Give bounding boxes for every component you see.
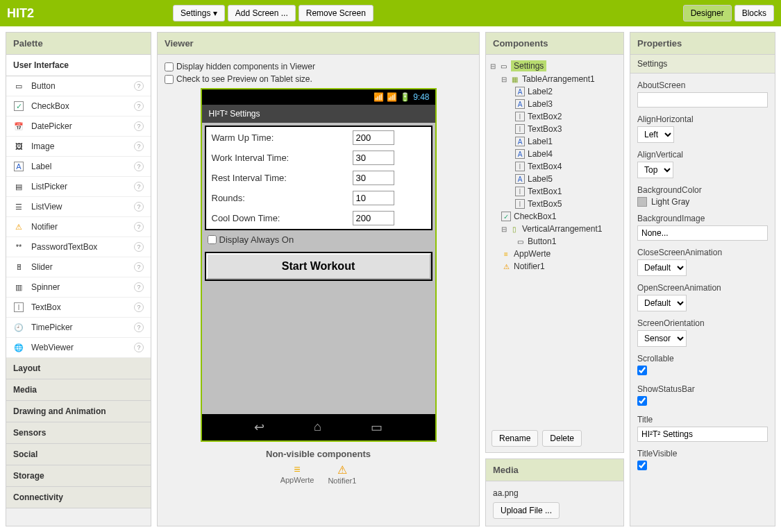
properties-panel: Properties Settings AboutScreen AlignHor… <box>630 32 775 526</box>
tree-node-label[interactable]: ALabel4 <box>490 148 619 160</box>
palette-section-connectivity[interactable]: Connectivity <box>6 487 151 508</box>
work-interval-input[interactable] <box>353 151 394 165</box>
rounds-input[interactable] <box>353 191 394 205</box>
tree-node-textbox[interactable]: ITextBox3 <box>490 123 619 135</box>
palette-item-notifier[interactable]: ⚠Notifier? <box>6 217 151 237</box>
tree-node-textbox[interactable]: ITextBox1 <box>490 185 619 198</box>
tree-node-label[interactable]: ALabel1 <box>490 135 619 148</box>
palette-item-label[interactable]: ALabel? <box>6 157 151 177</box>
tree-node-label[interactable]: ALabel5 <box>490 173 619 185</box>
help-icon[interactable]: ? <box>134 262 144 272</box>
title-input[interactable] <box>637 427 768 442</box>
help-icon[interactable]: ? <box>134 101 144 111</box>
tree-node-textbox[interactable]: ITextBox4 <box>490 160 619 173</box>
titlevisible-checkbox[interactable] <box>637 461 647 470</box>
media-file[interactable]: aa.png <box>493 488 616 498</box>
hidden-checkbox[interactable] <box>165 62 174 71</box>
bgimage-input[interactable] <box>637 225 768 241</box>
tree-node-appwerte[interactable]: ≡AppWerte <box>490 248 619 260</box>
cooldown-input[interactable] <box>353 211 394 225</box>
help-icon[interactable]: ? <box>134 323 144 332</box>
palette-section-drawing[interactable]: Drawing and Animation <box>6 401 151 422</box>
tablet-preview-toggle[interactable]: Check to see Preview on Tablet size. <box>165 74 472 84</box>
recent-icon[interactable]: ▭ <box>371 420 383 435</box>
rest-interval-input[interactable] <box>353 171 394 185</box>
tree-toggle-icon[interactable]: ⊟ <box>501 225 510 233</box>
rename-button[interactable]: Rename <box>492 430 538 447</box>
palette-item-listpicker[interactable]: ▤ListPicker? <box>6 177 151 197</box>
palette-item-spinner[interactable]: ▥Spinner? <box>6 277 151 298</box>
help-icon[interactable]: ? <box>134 282 144 292</box>
tree-node-label[interactable]: ALabel3 <box>490 98 619 110</box>
help-icon[interactable]: ? <box>134 343 144 352</box>
start-workout-button[interactable]: Start Workout <box>206 253 431 280</box>
help-icon[interactable]: ? <box>134 222 144 232</box>
tree-node-notifier[interactable]: ⚠Notifier1 <box>490 260 619 273</box>
nonvisible-notifier[interactable]: ⚠Notifier1 <box>328 463 356 485</box>
display-always-row[interactable]: Display Always On <box>205 230 433 249</box>
help-icon[interactable]: ? <box>134 242 144 252</box>
delete-button[interactable]: Delete <box>542 430 582 447</box>
palette-item-checkbox[interactable]: ✓CheckBox? <box>6 96 151 117</box>
prop-label-title: Title <box>637 415 768 424</box>
add-screen-button[interactable]: Add Screen ... <box>228 5 296 22</box>
palette-section-social[interactable]: Social <box>6 444 151 465</box>
showstatus-checkbox[interactable] <box>637 396 647 406</box>
palette-item-datepicker[interactable]: 📅DatePicker? <box>6 117 151 137</box>
alignv-select[interactable]: Top <box>637 162 673 178</box>
warmup-input[interactable] <box>353 130 394 145</box>
help-icon[interactable]: ? <box>134 141 144 151</box>
tablet-checkbox[interactable] <box>165 75 174 84</box>
nonvisible-appwerte[interactable]: ≡AppWerte <box>280 463 314 485</box>
tree-node-textbox[interactable]: ITextBox2 <box>490 110 619 123</box>
image-icon: 🖼 <box>13 141 24 152</box>
help-icon[interactable]: ? <box>134 182 144 191</box>
palette-section-storage[interactable]: Storage <box>6 465 151 487</box>
app-title: HIT2 <box>7 6 34 21</box>
tree-node-settings[interactable]: ⊟▭Settings <box>490 59 619 73</box>
palette-section-sensors[interactable]: Sensors <box>6 422 151 444</box>
display-always-checkbox[interactable] <box>208 235 217 244</box>
settings-dropdown[interactable]: Settings ▾ <box>173 5 225 22</box>
scrollable-checkbox[interactable] <box>637 366 647 375</box>
palette-section-user-interface[interactable]: User Interface <box>6 55 151 76</box>
palette-item-slider[interactable]: 🎚Slider? <box>6 257 151 277</box>
help-icon[interactable]: ? <box>134 121 144 131</box>
remove-screen-button[interactable]: Remove Screen <box>299 5 373 22</box>
closeanim-select[interactable]: Default <box>637 259 687 276</box>
designer-tab[interactable]: Designer <box>683 5 732 22</box>
blocks-tab[interactable]: Blocks <box>734 5 774 22</box>
help-icon[interactable]: ? <box>134 202 144 212</box>
home-icon[interactable]: ⌂ <box>314 420 321 435</box>
hidden-components-toggle[interactable]: Display hidden components in Viewer <box>165 62 472 71</box>
tree-toggle-icon[interactable]: ⊟ <box>501 76 510 83</box>
palette-item-timepicker[interactable]: 🕘TimePicker? <box>6 318 151 338</box>
tree-node-button[interactable]: ▭Button1 <box>490 235 619 248</box>
tree-node-checkbox[interactable]: ✓CheckBox1 <box>490 210 619 223</box>
palette-section-layout[interactable]: Layout <box>6 358 151 379</box>
help-icon[interactable]: ? <box>134 162 144 171</box>
alignh-select[interactable]: Left <box>637 126 674 143</box>
tree-node-textbox[interactable]: ITextBox5 <box>490 198 619 210</box>
upload-file-button[interactable]: Upload File ... <box>493 502 560 519</box>
palette-item-textbox[interactable]: ITextBox? <box>6 298 151 318</box>
listpicker-icon: ▤ <box>13 181 24 192</box>
tree-node-label[interactable]: ALabel2 <box>490 85 619 98</box>
back-icon[interactable]: ↩ <box>254 420 264 435</box>
palette-item-button[interactable]: ▭Button? <box>6 76 151 96</box>
palette-item-image[interactable]: 🖼Image? <box>6 137 151 157</box>
tree-node-vertical[interactable]: ⊟▯VerticalArrangement1 <box>490 223 619 235</box>
orientation-select[interactable]: Sensor <box>637 330 687 347</box>
help-icon[interactable]: ? <box>134 302 144 312</box>
tree-toggle-icon[interactable]: ⊟ <box>490 62 498 70</box>
bgcolor-picker[interactable]: Light Gray <box>637 197 768 207</box>
palette-item-password[interactable]: **PasswordTextBox? <box>6 237 151 257</box>
openanim-select[interactable]: Default <box>637 295 687 311</box>
palette-item-listview[interactable]: ☰ListView? <box>6 197 151 217</box>
aboutscreen-input[interactable] <box>637 92 768 108</box>
tree-node-table[interactable]: ⊟▦TableArrangement1 <box>490 73 619 85</box>
palette-section-media[interactable]: Media <box>6 379 151 401</box>
textbox-icon: I <box>515 187 525 196</box>
palette-item-webviewer[interactable]: 🌐WebViewer? <box>6 338 151 358</box>
help-icon[interactable]: ? <box>134 81 144 91</box>
